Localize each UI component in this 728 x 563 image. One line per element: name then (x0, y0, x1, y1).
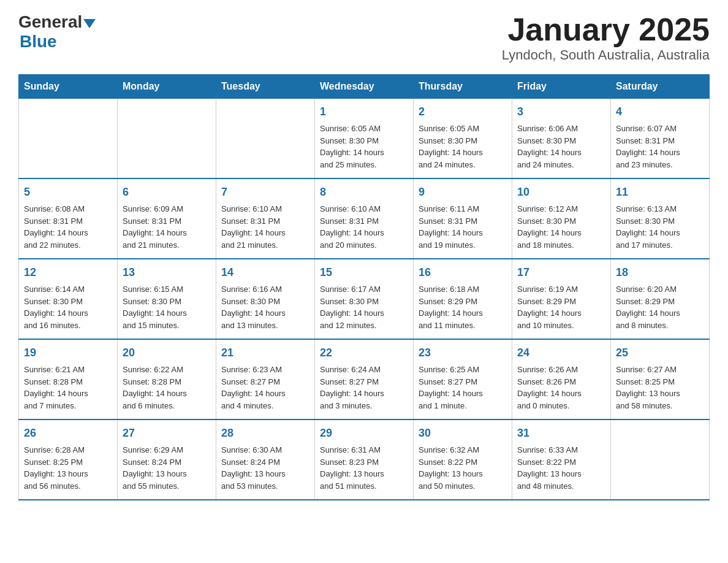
calendar-cell: 4Sunrise: 6:07 AMSunset: 8:31 PMDaylight… (611, 99, 710, 179)
calendar-cell: 1Sunrise: 6:05 AMSunset: 8:30 PMDaylight… (315, 99, 414, 179)
day-info: Sunrise: 6:23 AMSunset: 8:27 PMDaylight:… (221, 365, 286, 410)
day-number: 14 (221, 264, 309, 281)
day-number: 20 (123, 345, 211, 361)
day-number: 7 (221, 184, 309, 201)
header-day-friday: Friday (512, 75, 611, 99)
calendar-cell: 8Sunrise: 6:10 AMSunset: 8:31 PMDaylight… (315, 178, 414, 259)
calendar-cell: 2Sunrise: 6:05 AMSunset: 8:30 PMDaylight… (414, 99, 512, 179)
day-info: Sunrise: 6:20 AMSunset: 8:29 PMDaylight:… (616, 285, 680, 330)
calendar-cell: 20Sunrise: 6:22 AMSunset: 8:28 PMDayligh… (118, 339, 216, 419)
logo-triangle-icon (83, 19, 96, 28)
calendar-title: January 2025 (502, 12, 710, 47)
day-info: Sunrise: 6:14 AMSunset: 8:30 PMDaylight:… (24, 285, 88, 330)
day-info: Sunrise: 6:07 AMSunset: 8:31 PMDaylight:… (616, 124, 680, 169)
day-info: Sunrise: 6:26 AMSunset: 8:26 PMDaylight:… (517, 365, 582, 410)
calendar-cell (118, 99, 216, 179)
week-row-1: 1Sunrise: 6:05 AMSunset: 8:30 PMDaylight… (19, 99, 710, 179)
day-number: 5 (24, 184, 112, 201)
logo: General Blue (18, 12, 96, 52)
day-number: 29 (320, 425, 408, 442)
day-number: 2 (419, 104, 507, 120)
day-number: 21 (221, 345, 309, 361)
week-row-4: 19Sunrise: 6:21 AMSunset: 8:28 PMDayligh… (19, 339, 710, 419)
day-info: Sunrise: 6:08 AMSunset: 8:31 PMDaylight:… (24, 204, 88, 250)
day-info: Sunrise: 6:12 AMSunset: 8:30 PMDaylight:… (517, 204, 582, 250)
day-info: Sunrise: 6:25 AMSunset: 8:27 PMDaylight:… (419, 365, 483, 410)
calendar-cell: 7Sunrise: 6:10 AMSunset: 8:31 PMDaylight… (216, 178, 315, 259)
calendar-cell: 9Sunrise: 6:11 AMSunset: 8:31 PMDaylight… (414, 178, 512, 259)
day-number: 9 (419, 184, 507, 201)
calendar-header-row: SundayMondayTuesdayWednesdayThursdayFrid… (19, 75, 710, 99)
day-info: Sunrise: 6:27 AMSunset: 8:25 PMDaylight:… (616, 365, 680, 410)
calendar-cell: 15Sunrise: 6:17 AMSunset: 8:30 PMDayligh… (315, 259, 414, 339)
day-number: 13 (123, 264, 211, 281)
header: General Blue January 2025 Lyndoch, South… (18, 12, 710, 63)
day-number: 27 (123, 425, 211, 442)
day-info: Sunrise: 6:11 AMSunset: 8:31 PMDaylight:… (419, 204, 483, 250)
title-area: January 2025 Lyndoch, South Australia, A… (502, 12, 710, 63)
day-number: 10 (517, 184, 605, 201)
calendar-cell: 3Sunrise: 6:06 AMSunset: 8:30 PMDaylight… (512, 99, 611, 179)
logo-general-text: General (18, 12, 82, 32)
calendar-cell: 27Sunrise: 6:29 AMSunset: 8:24 PMDayligh… (118, 419, 216, 500)
calendar-cell (19, 99, 118, 179)
calendar-cell: 14Sunrise: 6:16 AMSunset: 8:30 PMDayligh… (216, 259, 315, 339)
calendar-cell: 26Sunrise: 6:28 AMSunset: 8:25 PMDayligh… (19, 419, 118, 500)
calendar-cell: 30Sunrise: 6:32 AMSunset: 8:22 PMDayligh… (414, 419, 512, 500)
day-number: 30 (419, 425, 507, 442)
calendar-cell: 12Sunrise: 6:14 AMSunset: 8:30 PMDayligh… (19, 259, 118, 339)
calendar-cell: 17Sunrise: 6:19 AMSunset: 8:29 PMDayligh… (512, 259, 611, 339)
day-number: 6 (123, 184, 211, 201)
day-info: Sunrise: 6:15 AMSunset: 8:30 PMDaylight:… (123, 285, 187, 330)
day-info: Sunrise: 6:33 AMSunset: 8:22 PMDaylight:… (517, 445, 582, 491)
calendar-cell: 31Sunrise: 6:33 AMSunset: 8:22 PMDayligh… (512, 419, 611, 500)
day-number: 16 (419, 264, 507, 281)
header-day-wednesday: Wednesday (315, 75, 414, 99)
calendar-cell: 19Sunrise: 6:21 AMSunset: 8:28 PMDayligh… (19, 339, 118, 419)
calendar-cell: 22Sunrise: 6:24 AMSunset: 8:27 PMDayligh… (315, 339, 414, 419)
day-info: Sunrise: 6:17 AMSunset: 8:30 PMDaylight:… (320, 285, 384, 330)
calendar-table: SundayMondayTuesdayWednesdayThursdayFrid… (18, 74, 710, 500)
calendar-cell: 29Sunrise: 6:31 AMSunset: 8:23 PMDayligh… (315, 419, 414, 500)
calendar-cell: 11Sunrise: 6:13 AMSunset: 8:30 PMDayligh… (611, 178, 710, 259)
header-day-thursday: Thursday (414, 75, 512, 99)
day-number: 19 (24, 345, 112, 361)
day-number: 3 (517, 104, 605, 120)
day-number: 15 (320, 264, 408, 281)
calendar-cell: 10Sunrise: 6:12 AMSunset: 8:30 PMDayligh… (512, 178, 611, 259)
day-number: 25 (616, 345, 704, 361)
calendar-cell: 6Sunrise: 6:09 AMSunset: 8:31 PMDaylight… (118, 178, 216, 259)
day-info: Sunrise: 6:32 AMSunset: 8:22 PMDaylight:… (419, 445, 483, 491)
day-info: Sunrise: 6:28 AMSunset: 8:25 PMDaylight:… (24, 445, 88, 491)
day-info: Sunrise: 6:30 AMSunset: 8:24 PMDaylight:… (221, 445, 286, 491)
day-info: Sunrise: 6:18 AMSunset: 8:29 PMDaylight:… (419, 285, 483, 330)
day-info: Sunrise: 6:29 AMSunset: 8:24 PMDaylight:… (123, 445, 187, 491)
day-info: Sunrise: 6:09 AMSunset: 8:31 PMDaylight:… (123, 204, 187, 250)
week-row-3: 12Sunrise: 6:14 AMSunset: 8:30 PMDayligh… (19, 259, 710, 339)
day-info: Sunrise: 6:05 AMSunset: 8:30 PMDaylight:… (320, 124, 384, 169)
day-number: 12 (24, 264, 112, 281)
day-info: Sunrise: 6:24 AMSunset: 8:27 PMDaylight:… (320, 365, 384, 410)
calendar-cell (216, 99, 315, 179)
day-info: Sunrise: 6:05 AMSunset: 8:30 PMDaylight:… (419, 124, 483, 169)
day-info: Sunrise: 6:22 AMSunset: 8:28 PMDaylight:… (123, 365, 187, 410)
calendar-cell (611, 419, 710, 500)
day-info: Sunrise: 6:13 AMSunset: 8:30 PMDaylight:… (616, 204, 680, 250)
day-number: 31 (517, 425, 605, 442)
calendar-cell: 16Sunrise: 6:18 AMSunset: 8:29 PMDayligh… (414, 259, 512, 339)
day-number: 11 (616, 184, 704, 201)
day-number: 22 (320, 345, 408, 361)
day-info: Sunrise: 6:10 AMSunset: 8:31 PMDaylight:… (221, 204, 286, 250)
day-number: 24 (517, 345, 605, 361)
day-info: Sunrise: 6:06 AMSunset: 8:30 PMDaylight:… (517, 124, 582, 169)
calendar-cell: 18Sunrise: 6:20 AMSunset: 8:29 PMDayligh… (611, 259, 710, 339)
day-info: Sunrise: 6:10 AMSunset: 8:31 PMDaylight:… (320, 204, 384, 250)
day-number: 18 (616, 264, 704, 281)
header-day-monday: Monday (118, 75, 216, 99)
day-info: Sunrise: 6:19 AMSunset: 8:29 PMDaylight:… (517, 285, 582, 330)
calendar-cell: 13Sunrise: 6:15 AMSunset: 8:30 PMDayligh… (118, 259, 216, 339)
day-info: Sunrise: 6:21 AMSunset: 8:28 PMDaylight:… (24, 365, 88, 410)
week-row-2: 5Sunrise: 6:08 AMSunset: 8:31 PMDaylight… (19, 178, 710, 259)
day-info: Sunrise: 6:31 AMSunset: 8:23 PMDaylight:… (320, 445, 384, 491)
calendar-cell: 5Sunrise: 6:08 AMSunset: 8:31 PMDaylight… (19, 178, 118, 259)
